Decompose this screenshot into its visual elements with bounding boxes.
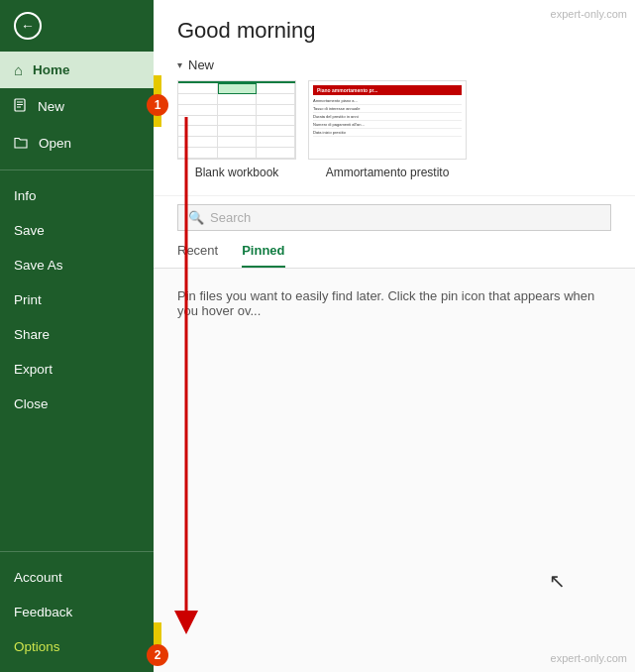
sidebar-bottom: Account Feedback Options	[0, 543, 154, 672]
new-section-label: New	[188, 57, 214, 72]
watermark-top: expert-only.com	[551, 8, 627, 20]
search-icon: 🔍	[188, 210, 204, 225]
tab-recent[interactable]: Recent	[177, 239, 218, 268]
sidebar-item-new[interactable]: New	[0, 88, 154, 125]
open-icon	[14, 135, 29, 152]
cell-a3	[178, 105, 218, 116]
sidebar-item-info[interactable]: Info	[0, 178, 154, 213]
home-label: Home	[33, 62, 70, 77]
indicator-1: 1	[147, 94, 168, 116]
cell-a7	[178, 148, 218, 159]
template-row: Blank workbook Piano ammortamento pr... …	[154, 80, 635, 195]
save-label: Save	[14, 223, 45, 238]
sidebar-item-options[interactable]: Options	[0, 629, 154, 664]
cell-a4	[178, 116, 218, 127]
tabs-row: Recent Pinned	[154, 231, 635, 269]
sidebar-item-save-as[interactable]: Save As	[0, 248, 154, 282]
watermark-bottom: expert-only.com	[551, 652, 627, 664]
back-button[interactable]: ←	[0, 0, 154, 52]
pinned-message: Pin files you want to easily find later.…	[154, 269, 635, 672]
cell-c6	[257, 137, 295, 148]
blank-label: Blank workbook	[195, 166, 279, 179]
cell-a5	[178, 126, 218, 137]
template-blank[interactable]: Blank workbook	[177, 80, 296, 179]
cell-c4	[257, 116, 295, 127]
loan-header-bar: Piano ammortamento pr...	[313, 85, 462, 95]
loan-row-0: Ammortamento piano a...	[313, 97, 462, 105]
cell-a6	[178, 137, 218, 148]
cell-b5	[218, 126, 257, 137]
indicator-2: 2	[147, 644, 168, 666]
divider-bottom	[0, 551, 154, 552]
cell-b1	[218, 83, 257, 94]
feedback-label: Feedback	[14, 605, 72, 619]
blank-grid	[178, 81, 295, 159]
share-label: Share	[14, 327, 50, 342]
cell-c2	[257, 94, 295, 105]
sidebar-item-close[interactable]: Close	[0, 387, 154, 421]
divider-top	[0, 169, 154, 170]
loan-thumb: Piano ammortamento pr... Ammortamento pi…	[308, 80, 467, 160]
collapse-icon[interactable]: ▾	[177, 59, 182, 70]
export-label: Export	[14, 362, 53, 377]
cell-b6	[218, 137, 257, 148]
sidebar-item-print[interactable]: Print	[0, 282, 154, 317]
sidebar-item-feedback[interactable]: Feedback	[0, 595, 154, 629]
back-circle-icon[interactable]: ←	[14, 12, 42, 40]
search-box[interactable]: 🔍 Search	[177, 204, 611, 231]
loan-inner: Piano ammortamento pr... Ammortamento pi…	[309, 81, 466, 159]
loan-row-4: Data inizio prestito	[313, 129, 462, 137]
cell-c5	[257, 126, 295, 137]
sidebar-item-open[interactable]: Open	[0, 125, 154, 162]
cell-b2	[218, 94, 257, 105]
app-container: ← ⌂ Home New Open	[0, 0, 635, 672]
new-section-header: ▾ New	[154, 54, 635, 80]
info-label: Info	[14, 188, 37, 203]
sidebar: ← ⌂ Home New Open	[0, 0, 154, 672]
cell-a1	[178, 83, 218, 94]
main-content: expert-only.com expert-only.com Good mor…	[154, 0, 635, 672]
template-loan[interactable]: Piano ammortamento pr... Ammortamento pi…	[308, 80, 467, 179]
account-label: Account	[14, 570, 62, 585]
cell-b3	[218, 105, 257, 116]
save-as-label: Save As	[14, 258, 63, 273]
options-label: Options	[14, 639, 60, 654]
new-label: New	[38, 99, 64, 114]
new-icon	[14, 98, 28, 115]
cell-c7	[257, 148, 295, 159]
blank-thumb	[177, 80, 296, 160]
home-icon: ⌂	[14, 61, 23, 78]
search-area: 🔍 Search	[154, 195, 635, 231]
loan-row-3: Numero di pagamenti all'an...	[313, 121, 462, 129]
search-placeholder: Search	[210, 210, 251, 225]
cell-b4	[218, 116, 257, 127]
sidebar-item-share[interactable]: Share	[0, 317, 154, 352]
sidebar-item-export[interactable]: Export	[0, 352, 154, 387]
open-label: Open	[39, 136, 71, 151]
loan-label: Ammortamento prestito	[326, 166, 450, 179]
sidebar-item-save[interactable]: Save	[0, 213, 154, 248]
cell-b7	[218, 148, 257, 159]
cell-a2	[178, 94, 218, 105]
sidebar-item-account[interactable]: Account	[0, 560, 154, 595]
sidebar-item-home[interactable]: ⌂ Home	[0, 52, 154, 88]
loan-row-1: Tasso di interesse annuale	[313, 105, 462, 113]
close-label: Close	[14, 396, 49, 411]
cell-c1	[257, 83, 295, 94]
print-label: Print	[14, 292, 42, 307]
cell-c3	[257, 105, 295, 116]
loan-row-2: Durata del prestito in anni	[313, 113, 462, 121]
tab-pinned[interactable]: Pinned	[242, 239, 284, 268]
